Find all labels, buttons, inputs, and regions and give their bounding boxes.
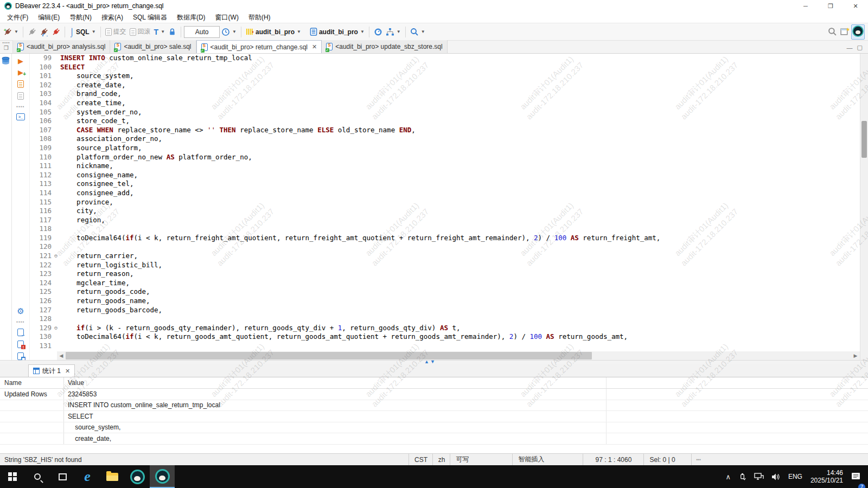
sql-editor-button[interactable]: ⌡ SQL ▼	[68, 27, 98, 37]
dbeaver-perspective-button[interactable]	[851, 24, 865, 40]
code-line[interactable]: 100SELECT	[30, 63, 860, 72]
fold-marker-icon[interactable]: ⊖	[52, 324, 60, 333]
maximize-view-icon[interactable]: ▢	[857, 44, 863, 51]
export-script-icon[interactable]: →	[17, 329, 24, 336]
table-row[interactable]: source_system,	[0, 422, 868, 434]
dbeaver-taskbar-button-active[interactable]	[150, 465, 175, 488]
code-line[interactable]: 114 consignee_add,	[30, 189, 860, 198]
search-button[interactable]: ▼	[409, 27, 427, 37]
explain-plan-icon[interactable]	[17, 92, 24, 100]
code-line[interactable]: 108 association_order_no,	[30, 134, 860, 144]
menu-item-6[interactable]: 窗口(W)	[210, 12, 244, 23]
start-button[interactable]	[0, 465, 25, 488]
code-line[interactable]: 101 source_system,	[30, 72, 860, 81]
task-view-button[interactable]	[50, 465, 75, 488]
open-perspective-button[interactable]	[839, 26, 851, 37]
rollback-button[interactable]: 回滚	[128, 26, 152, 37]
execute-new-tab-icon[interactable]: ▶	[18, 69, 23, 76]
code-line[interactable]: 131	[30, 342, 860, 351]
menu-item-2[interactable]: 导航(N)	[65, 12, 97, 23]
code-line[interactable]: 113 consignee_tel,	[30, 179, 860, 189]
disconnect-button[interactable]	[26, 27, 38, 37]
database-select[interactable]: audit_bi_pro ▼	[244, 27, 303, 37]
dashboard-button[interactable]	[372, 27, 384, 37]
dbeaver-taskbar-button[interactable]	[125, 465, 150, 488]
code-line[interactable]: 107 CASE WHEN replace_store_name <> '' T…	[30, 126, 860, 135]
menu-item-5[interactable]: 数据库(D)	[172, 12, 210, 23]
tray-expand-icon[interactable]: ∧	[722, 465, 735, 488]
file-explorer-button[interactable]	[100, 465, 125, 488]
table-row[interactable]: Updated Rows23245853	[0, 389, 868, 400]
save-error-icon[interactable]: !	[17, 341, 24, 348]
minimize-button[interactable]: ─	[793, 0, 818, 12]
code-line[interactable]: 106 store_code_t,	[30, 117, 860, 126]
code-line[interactable]: 110 platform_order_no_new AS platform_or…	[30, 153, 860, 162]
execute-statement-icon[interactable]: ▶	[18, 57, 23, 65]
transaction-log-button[interactable]: ▼	[220, 27, 238, 37]
column-header-value[interactable]: Value	[64, 377, 607, 388]
schema-select[interactable]: audit_bi_pro ▼	[308, 27, 366, 37]
editor-tab-0[interactable]: <audit_bi_pro> analysis.sql	[13, 40, 110, 53]
database-navigator-icon[interactable]	[1, 56, 10, 66]
code-line[interactable]: 111 nickname,	[30, 162, 860, 171]
volume-tray-icon[interactable]	[768, 465, 784, 488]
menu-item-1[interactable]: 编辑(E)	[33, 12, 65, 23]
code-line[interactable]: 129⊖ if(i > (k - return_goods_qty_remain…	[30, 324, 860, 333]
code-line[interactable]: 121⊖ return_carrier,	[30, 252, 860, 261]
settings-gear-icon[interactable]: ⚙	[17, 307, 24, 315]
code-line[interactable]: 105 system_order_no,	[30, 108, 860, 117]
table-row[interactable]: SELECT	[0, 411, 868, 422]
code-line[interactable]: 118	[30, 224, 860, 234]
usb-tray-icon[interactable]	[735, 465, 750, 488]
panel-sash[interactable]: ▲▼	[0, 360, 868, 364]
table-row[interactable]: create_date,	[0, 433, 868, 445]
editor-tab-3[interactable]: <audit_bi_pro> update_sbz_store.sql	[322, 40, 447, 53]
transaction-mode-button[interactable]: T ▼	[152, 27, 167, 37]
statistics-tab[interactable]: 统计 1 ✕	[28, 364, 75, 377]
menu-item-0[interactable]: 文件(F)	[2, 12, 33, 23]
code-line[interactable]: 116 city,	[30, 207, 860, 216]
code-line[interactable]: 128	[30, 314, 860, 324]
maximize-button[interactable]: ❐	[818, 0, 843, 12]
hscroll-thumb[interactable]	[66, 352, 592, 359]
quick-search-button[interactable]	[826, 26, 839, 37]
sql-console-icon[interactable]: >_	[16, 113, 25, 120]
commit-button[interactable]: 提交	[104, 26, 128, 37]
new-connection-button[interactable]: + ▼	[2, 27, 20, 37]
code-line[interactable]: 125 return_goods_code,	[30, 287, 860, 297]
code-line[interactable]: 127 return_goods_barcode,	[30, 306, 860, 315]
code-line[interactable]: 126 return_goods_name,	[30, 297, 860, 306]
code-line[interactable]: 117 region,	[30, 216, 860, 225]
code-line[interactable]: 103 brand_code,	[30, 89, 860, 99]
action-center-button[interactable]: 7	[847, 465, 868, 488]
code-line[interactable]: 123 return_reason,	[30, 269, 860, 279]
network-tray-icon[interactable]	[750, 465, 768, 488]
editor-tab-2[interactable]: <audit_bi_pro> return_change.sql✕	[196, 40, 322, 53]
code-line[interactable]: 120	[30, 242, 860, 252]
taskbar-clock[interactable]: 14:46 2025/10/21	[806, 469, 847, 484]
restore-panel-icon[interactable]: ❒	[4, 45, 9, 52]
menu-item-4[interactable]: SQL 编辑器	[128, 12, 172, 23]
tab-close-icon[interactable]: ✕	[65, 368, 70, 375]
drag-handle-icon[interactable]: ▪▪▪▪	[3, 41, 10, 45]
vscroll-thumb[interactable]	[861, 121, 867, 158]
reconnect-button[interactable]	[38, 27, 50, 37]
execute-script-icon[interactable]	[17, 80, 24, 88]
scroll-right-icon[interactable]: ▶	[851, 353, 860, 358]
disconnect-all-button[interactable]	[50, 27, 62, 37]
tab-close-icon[interactable]: ✕	[312, 43, 317, 50]
internet-explorer-button[interactable]: e	[75, 465, 100, 488]
code-line[interactable]: 104 create_time,	[30, 99, 860, 108]
close-button[interactable]: ✕	[843, 0, 868, 12]
input-language[interactable]: ENG	[784, 473, 806, 480]
code-line[interactable]: 124 mgclear_time,	[30, 279, 860, 288]
code-line[interactable]: 102 create_date,	[30, 81, 860, 90]
table-row[interactable]: INSERT INTO custom_online_sale_return_tm…	[0, 400, 868, 412]
code-line[interactable]: 112 consignee_name,	[30, 171, 860, 180]
sash-resize-arrows-icon[interactable]: ▲▼	[424, 359, 436, 364]
minimize-view-icon[interactable]: —	[847, 44, 853, 51]
taskbar-search-button[interactable]	[25, 465, 50, 488]
column-header-name[interactable]: Name	[0, 377, 64, 388]
code-line[interactable]: 109 source_platform,	[30, 144, 860, 153]
code-line[interactable]: 119 toDecimal64(if(i < k, return_freight…	[30, 234, 860, 243]
